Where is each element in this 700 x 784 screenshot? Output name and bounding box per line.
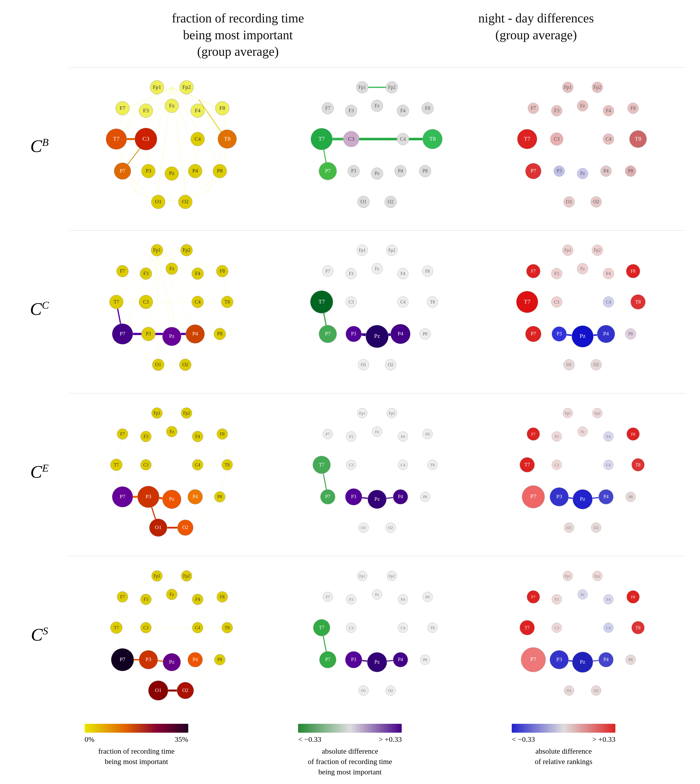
svg-text:P3: P3	[351, 494, 356, 499]
svg-text:P3: P3	[145, 168, 151, 174]
svg-text:Fp2: Fp2	[388, 248, 395, 253]
svg-text:T7: T7	[319, 625, 325, 630]
svg-text:Fp1: Fp1	[565, 574, 571, 579]
svg-text:P8: P8	[628, 658, 633, 662]
svg-text:C3: C3	[349, 626, 353, 630]
svg-text:C4: C4	[195, 135, 201, 142]
graph-cc-fraction: Fp1 Fp2 F7 F3 Fz F4 F8 T7 C3	[69, 230, 274, 388]
svg-text:P8: P8	[423, 168, 428, 173]
label-text-cc: CC	[30, 299, 49, 319]
legend-fraction-labels: 0% 35%	[85, 735, 188, 744]
svg-text:F4: F4	[606, 108, 611, 113]
svg-text:O2: O2	[388, 525, 393, 530]
svg-text:F8: F8	[220, 432, 225, 437]
page-container: fraction of recording timebeing most imp…	[0, 0, 700, 784]
cell-cb-right: Fp1 Fp2 F7 F3 Fz F4 F8 T7 C3	[480, 67, 685, 225]
svg-text:P3: P3	[145, 493, 151, 499]
cell-ce-left: Fp1 Fp2 F7 F3 Fz F4 F8 T7 C3 C4	[69, 393, 274, 551]
label-text-ce: CE	[30, 462, 48, 482]
svg-text:O2: O2	[388, 199, 393, 204]
graph-cs-fraction: Fp1 Fp2 F7 F3 Fz F4 F8 T7 C3 C4	[69, 556, 274, 714]
svg-text:T7: T7	[319, 462, 325, 467]
svg-text:F7: F7	[325, 269, 330, 274]
svg-text:F8: F8	[631, 595, 635, 599]
svg-text:Fp2: Fp2	[594, 411, 600, 415]
svg-text:P7: P7	[325, 168, 331, 174]
svg-text:T8: T8	[225, 625, 230, 630]
cell-cc-middle: Fp1 Fp2 F7 F3 Fz F4 F8 T7 C3 C4	[274, 230, 480, 388]
svg-text:P4: P4	[192, 494, 198, 499]
svg-text:Fz: Fz	[170, 429, 174, 434]
svg-text:P8: P8	[217, 168, 223, 174]
svg-text:O1: O1	[155, 687, 162, 693]
svg-text:P3: P3	[351, 657, 356, 662]
svg-text:F3: F3	[554, 271, 559, 276]
svg-text:O1: O1	[361, 362, 367, 367]
svg-text:F7: F7	[531, 105, 536, 111]
svg-text:F3: F3	[143, 270, 148, 276]
svg-text:T8: T8	[635, 299, 640, 304]
svg-text:F7: F7	[120, 594, 125, 599]
svg-text:F8: F8	[219, 105, 225, 111]
svg-text:P7: P7	[120, 330, 125, 337]
cell-cc-left: Fp1 Fp2 F7 F3 Fz F4 F8 T7 C3	[69, 230, 274, 388]
svg-text:C3: C3	[143, 462, 148, 467]
svg-text:F8: F8	[426, 595, 430, 599]
svg-text:C4: C4	[605, 136, 611, 142]
legend-diff-bluered: < −0.33 > +0.33 absolute differenceof re…	[512, 724, 615, 767]
svg-text:F3: F3	[555, 434, 559, 439]
svg-text:C3: C3	[555, 463, 559, 467]
svg-text:C3: C3	[348, 135, 355, 142]
svg-text:Fp2: Fp2	[183, 247, 190, 253]
main-grid: CB	[15, 67, 685, 714]
svg-rect-570	[85, 724, 188, 733]
svg-text:F3: F3	[554, 108, 559, 113]
svg-text:O2: O2	[182, 687, 188, 693]
svg-text:Pz: Pz	[169, 659, 175, 665]
legend-fraction-text: fraction of recording timebeing most imp…	[98, 746, 175, 767]
svg-text:P4: P4	[192, 330, 198, 337]
svg-text:P8: P8	[628, 332, 633, 336]
svg-text:Fp1: Fp1	[565, 411, 571, 415]
svg-text:P8: P8	[423, 332, 428, 336]
svg-text:O1: O1	[567, 689, 572, 693]
cell-cb-left: Fp1 Fp2 F7 F3 Fz F4 F8	[69, 67, 274, 225]
svg-text:P8: P8	[628, 495, 633, 499]
svg-text:P7: P7	[120, 168, 125, 174]
svg-text:P3: P3	[556, 656, 562, 662]
svg-text:F4: F4	[606, 434, 610, 439]
graph-ce-fraction: Fp1 Fp2 F7 F3 Fz F4 F8 T7 C3 C4	[69, 394, 274, 551]
svg-text:Fp1: Fp1	[359, 574, 365, 579]
svg-text:Fz: Fz	[375, 266, 380, 271]
svg-text:C4: C4	[195, 625, 200, 630]
legend-fraction-max: 35%	[175, 735, 188, 744]
svg-text:F8: F8	[425, 105, 430, 111]
svg-text:P4: P4	[192, 657, 198, 662]
svg-text:P7: P7	[531, 331, 536, 336]
svg-text:F8: F8	[426, 432, 430, 436]
svg-text:P8: P8	[423, 658, 427, 662]
svg-text:F7: F7	[120, 105, 125, 111]
svg-text:O2: O2	[182, 199, 189, 205]
row-label-cc: CC	[15, 230, 69, 388]
row-label-cb: CB	[15, 67, 69, 225]
svg-text:Pz: Pz	[580, 333, 585, 339]
svg-text:Pz: Pz	[169, 170, 175, 176]
svg-text:F3: F3	[349, 271, 353, 276]
svg-text:C3: C3	[554, 299, 559, 304]
graph-cs-diff-greenpur: Fp1 Fp2 F7 F3 Fz F4 F8 T7 C3 C4	[274, 556, 480, 714]
svg-text:Fp2: Fp2	[389, 411, 395, 415]
svg-text:O1: O1	[155, 199, 162, 205]
svg-text:Fp2: Fp2	[594, 574, 600, 579]
svg-text:F4: F4	[195, 597, 200, 602]
svg-text:F3: F3	[143, 434, 148, 439]
svg-text:F4: F4	[401, 271, 405, 276]
svg-text:Fz: Fz	[170, 592, 174, 597]
cell-ce-right: Fp1 Fp2 F7 F3 Fz F4 F8 T7 C3	[480, 393, 685, 551]
row-label-cs: CS	[15, 556, 69, 714]
svg-text:O2: O2	[182, 362, 188, 367]
svg-text:C3: C3	[143, 625, 148, 630]
svg-text:P3: P3	[351, 168, 356, 173]
cell-cc-right: Fp1 Fp2 F7 F3 Fz F4 F8 T7 C3	[480, 230, 685, 388]
graph-cb-diff-bluered: Fp1 Fp2 F7 F3 Fz F4 F8 T7 C3	[480, 68, 685, 225]
